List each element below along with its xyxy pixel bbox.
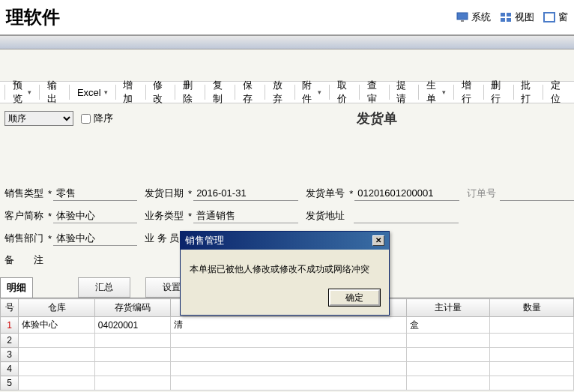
close-icon[interactable]: ✕: [372, 235, 384, 246]
svg-rect-0: [457, 13, 468, 19]
sort-select[interactable]: 顺序: [4, 111, 73, 126]
export-button[interactable]: 输出: [41, 76, 67, 109]
svg-rect-4: [501, 18, 505, 22]
menu-view[interactable]: 视图: [500, 10, 534, 24]
desc-checkbox-label[interactable]: 降序: [81, 112, 113, 125]
grid-icon: [500, 12, 512, 22]
order-no-input[interactable]: [500, 186, 574, 201]
document-title: 发货单: [357, 109, 397, 127]
app-title: 理软件: [6, 5, 60, 29]
save-button[interactable]: 保存: [237, 76, 263, 109]
gradient-bar: [0, 36, 574, 49]
system-menu: 系统 视图 窗: [456, 10, 568, 24]
table-row: 3: [1, 348, 574, 362]
excel-button[interactable]: Excel: [71, 84, 114, 101]
order-no-label: 订单号: [467, 187, 500, 200]
sale-type-input[interactable]: [53, 186, 137, 201]
ship-no-input[interactable]: [354, 186, 459, 201]
svg-rect-3: [507, 13, 511, 16]
add-button[interactable]: 增加: [117, 76, 143, 109]
copy-button[interactable]: 复制: [207, 76, 233, 109]
window-icon: [543, 12, 555, 22]
biz-type-label: 业务类型: [145, 209, 187, 223]
dialog-titlebar[interactable]: 销售管理 ✕: [181, 232, 389, 250]
ship-date-input[interactable]: [193, 186, 298, 201]
cust-input[interactable]: [53, 208, 137, 223]
edit-button[interactable]: 修改: [147, 76, 173, 109]
price-button[interactable]: 取价: [331, 76, 357, 109]
grid-body: 1 体验中心 04020001 清 盒 2 3 4 5: [1, 317, 574, 391]
remark-label: 备 注: [4, 253, 46, 267]
cust-label: 客户简称: [4, 209, 46, 223]
dept-label: 销售部门: [4, 232, 46, 245]
table-row: 4: [1, 362, 574, 376]
svg-rect-2: [501, 13, 505, 16]
addline-button[interactable]: 增行: [456, 76, 482, 109]
ship-addr-input[interactable]: [354, 208, 459, 223]
svg-rect-5: [507, 18, 511, 22]
table-row: 1 体验中心 04020001 清 盒: [1, 317, 574, 334]
delete-button[interactable]: 删除: [177, 76, 203, 109]
ship-addr-label: 发货地址: [306, 209, 348, 223]
discard-button[interactable]: 放弃: [267, 76, 293, 109]
col-main-qty[interactable]: 主计量: [406, 299, 490, 317]
batch-button[interactable]: 批打: [515, 76, 541, 109]
desc-checkbox[interactable]: [81, 114, 91, 124]
col-code[interactable]: 存货编码: [94, 299, 170, 317]
menu-system[interactable]: 系统: [456, 10, 491, 24]
preview-button[interactable]: 预览: [7, 76, 38, 109]
toolbar: 预览 输出 Excel 增加 修改 删除 复制 保存 放弃 附件 取价 查审 提…: [0, 81, 574, 103]
app-header: 理软件 系统 视图 窗: [0, 0, 574, 36]
svg-rect-1: [461, 20, 464, 22]
monitor-icon: [456, 12, 468, 22]
menu-window[interactable]: 窗: [543, 10, 568, 24]
ship-date-label: 发货日期: [145, 187, 187, 200]
message-dialog: 销售管理 ✕ 本单据已被他人修改或修改不成功或网络冲突 确定: [180, 231, 390, 316]
table-row: 2: [1, 334, 574, 348]
locate-button[interactable]: 定位: [545, 76, 571, 109]
ok-button[interactable]: 确定: [329, 289, 380, 306]
col-qty[interactable]: 数量: [490, 299, 574, 317]
table-row: 5: [1, 376, 574, 391]
col-rownum[interactable]: 号: [1, 299, 19, 317]
biz-type-input[interactable]: [193, 208, 298, 223]
submit-button[interactable]: 提请: [390, 76, 417, 109]
ship-no-label: 发货单号: [306, 187, 348, 200]
dialog-title-text: 销售管理: [185, 234, 224, 247]
tab-detail[interactable]: 明细: [0, 277, 33, 298]
generate-button[interactable]: 生单: [420, 76, 452, 109]
dialog-message: 本单据已被他人修改或修改不成功或网络冲突: [181, 250, 389, 283]
summary-button[interactable]: 汇总: [78, 277, 130, 298]
svg-rect-6: [544, 13, 555, 22]
col-warehouse[interactable]: 仓库: [19, 299, 94, 317]
attach-button[interactable]: 附件: [296, 76, 327, 109]
review-button[interactable]: 查审: [361, 76, 387, 109]
sale-type-label: 销售类型: [4, 187, 46, 200]
delline-button[interactable]: 删行: [485, 76, 511, 109]
dept-input[interactable]: [53, 231, 137, 246]
